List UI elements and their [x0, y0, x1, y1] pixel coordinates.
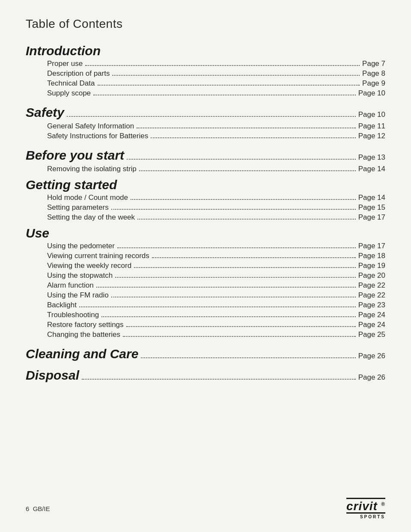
- toc-title: Table of Contents: [26, 17, 385, 31]
- toc-dots: [131, 199, 356, 200]
- toc-label: Setting parameters: [47, 203, 109, 212]
- toc-item-training-records: Viewing current training records Page 18: [26, 252, 385, 260]
- toc-page: Page 12: [358, 132, 385, 140]
- toc-dots: [82, 379, 356, 380]
- toc-dots: [93, 95, 356, 95]
- toc-item-proper-use: Proper use Page 7: [26, 59, 385, 68]
- toc-page: Page 23: [358, 301, 385, 309]
- toc-label: Using the FM radio: [47, 291, 109, 300]
- toc-page: Page 24: [358, 311, 385, 319]
- footer-region: GB/IE: [33, 505, 50, 512]
- toc-page: Page 10: [358, 89, 385, 98]
- toc-item-description: Description of parts Page 8: [26, 69, 385, 78]
- toc-label: Viewing current training records: [47, 252, 149, 260]
- toc-page: Page 17: [358, 213, 385, 222]
- toc-dots: [79, 306, 356, 307]
- section-heading-before-row: Before you start Page 13: [26, 144, 385, 163]
- toc-item-general-safety: General Safety Information Page 11: [26, 122, 385, 131]
- toc-item-backlight: Backlight Page 23: [26, 301, 385, 309]
- toc-dots: [67, 116, 356, 117]
- toc-page: Page 26: [358, 352, 385, 360]
- toc-label: Alarm function: [47, 281, 94, 290]
- toc-dots: [115, 277, 356, 278]
- section-heading-safety-row: Safety Page 10: [26, 101, 385, 121]
- toc-label: Proper use: [47, 59, 83, 68]
- toc-dots: [111, 209, 356, 210]
- page: Table of Contents Introduction Proper us…: [0, 0, 411, 532]
- toc-dots: [112, 75, 360, 76]
- crivit-sports-text: SPORTS: [360, 514, 385, 519]
- section-heading-cleaning-row: Cleaning and Care Page 26: [26, 342, 385, 362]
- toc-page: Page 25: [358, 330, 385, 339]
- toc-dots: [151, 137, 355, 138]
- toc-item-pedometer: Using the pedometer Page 17: [26, 242, 385, 250]
- toc-item-alarm: Alarm function Page 22: [26, 281, 385, 290]
- toc-label: Supply scope: [47, 89, 91, 98]
- toc-item-technical-data: Technical Data Page 9: [26, 79, 385, 88]
- toc-label: Backlight: [47, 301, 77, 309]
- toc-label: Troubleshooting: [47, 311, 99, 319]
- toc-page: Page 22: [358, 281, 385, 290]
- toc-item-factory-settings: Restore factory settings Page 24: [26, 321, 385, 329]
- toc-page: Page 7: [362, 59, 385, 68]
- toc-item-isolating-strip: Removing the isolating strip Page 14: [26, 165, 385, 173]
- toc-label: Description of parts: [47, 69, 110, 78]
- toc-item-setting-day: Setting the day of the week Page 17: [26, 213, 385, 222]
- toc-dots: [134, 267, 355, 268]
- toc-page: Page 22: [358, 291, 385, 300]
- section-heading-safety: Safety: [26, 105, 64, 120]
- toc-dots: [98, 85, 360, 86]
- toc-page: Page 18: [358, 252, 385, 260]
- toc-label: Safety Instructions for Batteries: [47, 132, 148, 140]
- toc-dots: [137, 219, 356, 220]
- footer-page-number: 6: [26, 505, 29, 512]
- toc-page: Page 10: [358, 110, 385, 119]
- toc-dots: [123, 336, 356, 337]
- toc-item-troubleshooting: Troubleshooting Page 24: [26, 311, 385, 319]
- footer-info: 6 GB/IE: [26, 505, 50, 512]
- toc-item-safety-batteries: Safety Instructions for Batteries Page 1…: [26, 132, 385, 140]
- toc-label: Changing the batteries: [47, 330, 120, 339]
- toc-dots: [126, 326, 356, 327]
- toc-dots: [96, 287, 356, 288]
- toc-dots: [127, 159, 356, 160]
- toc-item-weekly-record: Viewing the weekly record Page 19: [26, 262, 385, 270]
- toc-label: Technical Data: [47, 79, 95, 88]
- crivit-logo: crivit ® SPORTS: [346, 498, 385, 519]
- toc-label: General Safety Information: [47, 122, 134, 131]
- toc-page: Page 11: [358, 122, 385, 131]
- toc-label: Using the pedometer: [47, 242, 115, 250]
- toc-page: Page 15: [358, 203, 385, 212]
- toc-page: Page 9: [362, 79, 385, 88]
- toc-page: Page 13: [358, 153, 385, 162]
- toc-label: Viewing the weekly record: [47, 262, 131, 270]
- footer: 6 GB/IE crivit ® SPORTS: [26, 498, 385, 519]
- toc-page: Page 14: [358, 165, 385, 173]
- section-heading-getting-started: Getting started: [26, 178, 385, 192]
- toc-label: Hold mode / Count mode: [47, 193, 128, 202]
- section-heading-introduction: Introduction: [26, 44, 385, 58]
- toc-dots: [152, 257, 356, 258]
- toc-page: Page 24: [358, 321, 385, 329]
- toc-label: Setting the day of the week: [47, 213, 135, 222]
- section-heading-use: Use: [26, 226, 385, 241]
- toc-page: Page 14: [358, 193, 385, 202]
- toc-content: Introduction Proper use Page 7 Descripti…: [26, 44, 385, 383]
- section-heading-cleaning: Cleaning and Care: [26, 347, 138, 361]
- toc-dots: [137, 128, 355, 128]
- crivit-brand-text: crivit ®: [346, 500, 385, 512]
- toc-item-hold-mode: Hold mode / Count mode Page 14: [26, 193, 385, 202]
- logo-bar-top: [346, 498, 385, 499]
- section-heading-before: Before you start: [26, 148, 124, 163]
- toc-dots: [141, 357, 355, 358]
- toc-item-fm-radio: Using the FM radio Page 22: [26, 291, 385, 300]
- toc-page: Page 17: [358, 242, 385, 250]
- toc-page: Page 20: [358, 271, 385, 280]
- toc-dots: [139, 170, 356, 171]
- toc-page: Page 8: [362, 69, 385, 78]
- toc-page: Page 26: [358, 373, 385, 382]
- section-heading-disposal: Disposal: [26, 368, 79, 383]
- toc-item-setting-parameters: Setting parameters Page 15: [26, 203, 385, 212]
- toc-label: Using the stopwatch: [47, 271, 113, 280]
- toc-item-changing-batteries: Changing the batteries Page 25: [26, 330, 385, 339]
